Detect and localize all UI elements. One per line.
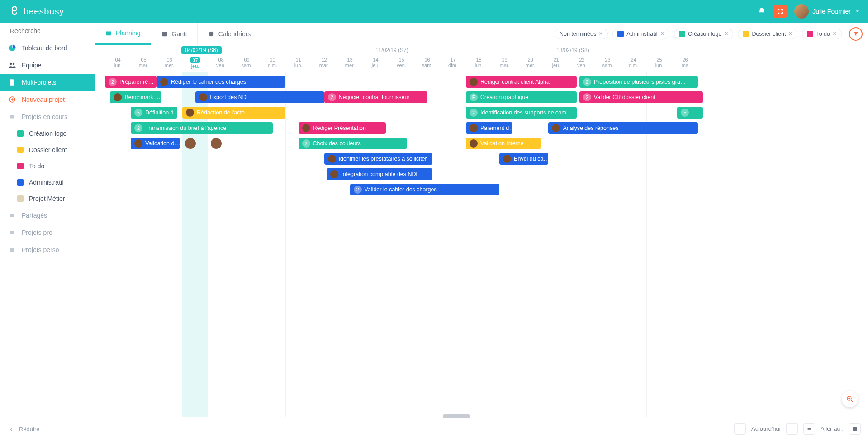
- tab-label: Gantt: [172, 30, 187, 38]
- task-bar[interactable]: Analyse des réponses: [548, 122, 698, 134]
- svg-rect-7: [10, 231, 14, 234]
- sidebar-item-label: Projets en cours: [22, 113, 67, 120]
- task-bar[interactable]: Benchmark …: [110, 91, 161, 103]
- briefcase-icon: [17, 179, 24, 186]
- brand-logo[interactable]: beesbusy: [8, 5, 64, 18]
- task-bar[interactable]: 2Préparer ré…: [105, 76, 157, 88]
- task-label: Préparer ré…: [119, 79, 154, 85]
- task-bar[interactable]: Intégration comptable des NDF: [327, 168, 432, 180]
- sidebar-item-new-project[interactable]: Nouveau projet: [0, 91, 95, 108]
- day-header: 11lun.: [285, 57, 311, 72]
- day-header: 14jeu.: [363, 57, 389, 72]
- task-bar[interactable]: 2Négocier contrat fournisseur: [324, 91, 427, 103]
- task-bar[interactable]: FCréation graphique: [466, 91, 577, 103]
- sidebar-item-multi[interactable]: Multi-projets: [0, 74, 95, 91]
- task-bar[interactable]: 2Proposition de plusieurs pistes gra…: [579, 76, 698, 88]
- search-input[interactable]: [10, 27, 89, 34]
- today-label[interactable]: Aujourd'hui: [751, 425, 781, 432]
- svg-rect-14: [853, 427, 857, 431]
- sidebar-collapse[interactable]: Réduire: [0, 420, 95, 438]
- chip-project[interactable]: Création logo✕: [674, 29, 733, 39]
- close-icon[interactable]: ✕: [833, 31, 837, 37]
- close-icon[interactable]: ✕: [724, 31, 728, 37]
- task-bar[interactable]: Export des NDF: [195, 91, 324, 103]
- sidebar: Tableau de bord Équipe Multi-projets Nou…: [0, 23, 95, 438]
- avatar-icon[interactable]: [211, 138, 222, 149]
- sidebar-item-label: Tableau de bord: [22, 44, 67, 52]
- chip-project[interactable]: Dossier client✕: [738, 29, 797, 39]
- task-bar[interactable]: Paiement d…: [466, 122, 512, 134]
- task-bar[interactable]: Validation interne: [466, 138, 541, 149]
- day-header: 06mer.: [157, 57, 182, 72]
- sidebar-section-pro[interactable]: Projets pro: [0, 224, 95, 241]
- tab-label: Planning: [116, 29, 141, 37]
- chip-project[interactable]: Administratif✕: [612, 29, 669, 39]
- sidebar-item-label: Dossier client: [29, 146, 67, 153]
- folder-icon: [8, 113, 16, 121]
- datepicker-button[interactable]: [849, 423, 861, 435]
- chip-project[interactable]: To do✕: [802, 29, 842, 39]
- sidebar-project[interactable]: Projet Métier: [0, 190, 95, 207]
- task-label: Validation interne: [480, 140, 524, 147]
- task-label: Benchmark …: [124, 94, 160, 100]
- sidebar-item-label: Projet Métier: [29, 195, 65, 202]
- day-header: 23sam.: [595, 57, 621, 72]
- sidebar-project[interactable]: Dossier client: [0, 142, 95, 158]
- task-bar[interactable]: 2Identification des supports de com…: [466, 107, 577, 119]
- briefcase-icon: [679, 31, 685, 37]
- close-icon[interactable]: ✕: [788, 31, 792, 37]
- prev-button[interactable]: ‹: [734, 423, 746, 435]
- menu-button[interactable]: ≡: [803, 423, 815, 435]
- task-bar[interactable]: Rédaction de l'acte: [182, 107, 285, 119]
- count-badge: 2: [354, 186, 362, 194]
- next-button[interactable]: ›: [786, 423, 798, 435]
- sidebar-section-perso[interactable]: Projets perso: [0, 241, 95, 258]
- task-bar[interactable]: 5: [677, 107, 703, 119]
- task-bar[interactable]: Rédiger contrat client Alpha: [466, 76, 577, 88]
- chip-done[interactable]: Non terminées ✕: [555, 29, 608, 39]
- avatar-icon[interactable]: [185, 138, 196, 149]
- task-bar[interactable]: 2Valider CR dossier client: [579, 91, 703, 103]
- close-icon[interactable]: ✕: [599, 31, 603, 37]
- task-bar[interactable]: Rédiger Présentation: [299, 122, 386, 134]
- sidebar-project[interactable]: Administratif: [0, 174, 95, 190]
- task-label: Transmission du brief à l'agence: [145, 125, 226, 131]
- filter-button[interactable]: [849, 27, 863, 41]
- horizontal-scrollbar[interactable]: [95, 413, 868, 419]
- task-bar[interactable]: 2Valider le cahier des charges: [350, 184, 500, 195]
- sidebar-section-current[interactable]: Projets en cours: [0, 108, 95, 125]
- task-bar[interactable]: Envoi du ca…: [499, 153, 548, 165]
- task-bar[interactable]: 2Transmission du brief à l'agence: [131, 122, 273, 134]
- sidebar-project[interactable]: To do: [0, 158, 95, 174]
- task-bar[interactable]: Identifier les prestataires à solliciter: [324, 153, 432, 165]
- close-icon[interactable]: ✕: [660, 31, 664, 37]
- task-bar[interactable]: Validation d…: [131, 138, 180, 149]
- task-bar[interactable]: 5Définition d…: [131, 107, 177, 119]
- briefcase-icon: [807, 31, 813, 37]
- zoom-button[interactable]: [842, 391, 858, 407]
- task-bar[interactable]: 2Choix des couleurs: [299, 138, 407, 149]
- tab-calendars[interactable]: Calendriers: [198, 23, 261, 45]
- sidebar-item-label: Équipe: [22, 62, 42, 69]
- expand-icon[interactable]: [773, 5, 787, 18]
- user-menu[interactable]: Julie Fournier: [794, 4, 860, 19]
- sidebar-item-dashboard[interactable]: Tableau de bord: [0, 39, 95, 57]
- chip-label: Dossier client: [752, 31, 786, 37]
- scroll-thumb[interactable]: [443, 414, 470, 418]
- tab-planning[interactable]: Planning: [95, 23, 151, 45]
- sidebar-section-shared[interactable]: Partagés: [0, 207, 95, 224]
- briefcase-icon: [17, 147, 24, 153]
- day-header: 16sam.: [414, 57, 440, 72]
- day-header: 09sam.: [234, 57, 260, 72]
- day-header: 25lun.: [646, 57, 672, 72]
- search-wrap: [0, 23, 95, 39]
- avatar-icon: [330, 170, 338, 178]
- avatar-icon: [302, 124, 310, 132]
- view-tabs: Planning Gantt Calendriers: [95, 23, 261, 45]
- tab-gantt[interactable]: Gantt: [151, 23, 198, 45]
- sidebar-project[interactable]: Création logo: [0, 125, 95, 142]
- task-bar[interactable]: Rédiger le cahier des charges: [157, 76, 285, 88]
- avatar-icon: [114, 93, 122, 101]
- sidebar-item-team[interactable]: Équipe: [0, 57, 95, 74]
- bell-icon[interactable]: [757, 7, 766, 16]
